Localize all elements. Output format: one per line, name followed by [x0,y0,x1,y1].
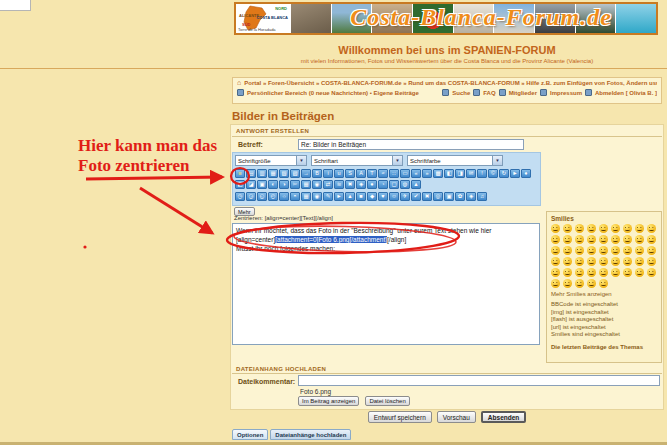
toolbar-button[interactable]: ▢ [389,180,399,189]
toolbar-button[interactable]: ∷ [389,169,399,178]
toolbar-button[interactable]: ◆ [367,192,377,201]
toolbar-button[interactable]: ✖ [422,192,432,201]
smiley-icon[interactable] [599,257,608,266]
smiley-icon[interactable] [575,268,584,277]
toolbar-button[interactable]: ♫ [477,192,487,201]
toolbar-button[interactable]: ◉ [312,180,322,189]
smiley-icon[interactable] [563,235,572,244]
toolbar-button[interactable]: ◈ [356,180,366,189]
toolbar-button[interactable]: ✎ [323,192,333,201]
toolbar-button[interactable]: ■ [356,192,366,201]
toolbar-button[interactable]: ▤ [246,169,256,178]
toolbar-button[interactable]: ◑ [279,180,289,189]
toolbar-button[interactable]: ◶ [246,192,256,201]
smiley-icon[interactable] [599,246,608,255]
smiley-icon[interactable] [647,257,656,266]
smiley-icon[interactable] [599,224,608,233]
smiley-icon[interactable] [551,224,560,233]
smiley-icon[interactable] [575,224,584,233]
personal-area-link[interactable]: Persönlicher Bereich (0 neue Nachrichten… [247,90,419,96]
toolbar-button[interactable]: © [488,169,498,178]
toolbar-button[interactable]: ☼ [279,192,289,201]
smiley-icon[interactable] [587,279,596,288]
toolbar-button[interactable]: ▣ [444,192,454,201]
toolbar-button[interactable]: ▦ [301,180,311,189]
smiley-icon[interactable] [575,235,584,244]
smiley-icon[interactable] [587,235,596,244]
smiley-icon[interactable] [623,235,632,244]
smiley-icon[interactable] [635,246,644,255]
smiley-icon[interactable] [647,246,656,255]
toolbar-button[interactable]: ⇄ [323,180,333,189]
delete-file-button[interactable]: Datei löschen [365,396,409,406]
toolbar-button[interactable]: ✔ [411,192,421,201]
smiley-icon[interactable] [551,235,560,244]
smiley-icon[interactable] [551,268,560,277]
toolbar-button[interactable]: i [323,169,333,178]
toolbar-button[interactable]: ✿ [455,192,465,201]
toolbar-button[interactable]: ◩ [235,180,245,189]
smiley-icon[interactable] [551,246,560,255]
toolbar-button[interactable]: B [312,169,322,178]
nav-link-suche[interactable]: Suche [452,90,470,96]
toolbar-button[interactable]: » [422,169,432,178]
smiley-icon[interactable] [599,268,608,277]
toolbar-button[interactable]: ≋ [334,180,344,189]
toolbar-button[interactable]: ◓ [290,192,300,201]
smiley-icon[interactable] [647,235,656,244]
toolbar-button[interactable]: ◧ [444,169,454,178]
smiley-icon[interactable] [611,268,620,277]
toolbar-button[interactable]: ● [367,180,377,189]
smiley-icon[interactable] [611,257,620,266]
toolbar-button[interactable]: u [334,169,344,178]
tab-options[interactable]: Optionen [232,429,268,440]
smiley-icon[interactable] [563,268,572,277]
message-textarea[interactable]: Wenn ihr möchtet, dass das Foto in der "… [232,223,540,345]
home-icon[interactable]: ⌂ [237,80,241,86]
smiley-icon[interactable] [623,246,632,255]
smiley-icon[interactable] [647,268,656,277]
toolbar-button[interactable]: ◵ [257,192,267,201]
smiley-icon[interactable] [551,279,560,288]
smiley-icon[interactable] [563,246,572,255]
smiley-icon[interactable] [623,268,632,277]
smiley-icon[interactable] [575,246,584,255]
toolbar-button[interactable]: ✖ [345,180,355,189]
nav-link-faq[interactable]: FAQ [483,90,495,96]
toolbar-button[interactable]: ☺ [389,192,399,201]
toolbar-button[interactable]: ✂ [290,180,300,189]
toolbar-button[interactable]: ◨ [455,169,465,178]
smiley-icon[interactable] [623,257,632,266]
toolbar-button[interactable]: ≈ [378,169,388,178]
toolbar-button[interactable]: ≡ [235,169,245,178]
smiley-icon[interactable] [587,257,596,266]
toolbar-button[interactable]: T [367,169,377,178]
submit-button[interactable]: Absenden [481,411,526,423]
smiley-icon[interactable] [575,257,584,266]
smiley-icon[interactable] [563,224,572,233]
smiley-icon[interactable] [551,257,560,266]
toolbar-button[interactable]: ✉ [466,169,476,178]
toolbar-button[interactable]: ◎ [433,192,443,201]
save-draft-button[interactable]: Entwurf speichern [368,411,432,423]
toolbar-button[interactable]: ▲ [411,180,421,189]
smiley-icon[interactable] [599,235,608,244]
tab-attachments[interactable]: Dateianhänge hochladen [270,429,351,440]
toolbar-button[interactable]: ▣ [257,180,267,189]
last-posts-link[interactable]: Die letzten Beiträge des Themas [551,344,657,350]
toolbar-button[interactable]: ! [477,169,487,178]
toolbar-button[interactable]: ▭ [400,169,410,178]
toolbar-button[interactable]: ▦ [301,192,311,201]
smiley-icon[interactable] [587,224,596,233]
toolbar-button[interactable]: A [356,169,366,178]
toolbar-button[interactable]: ► [334,192,344,201]
show-in-post-button[interactable]: Im Beitrag anzeigen [298,396,359,406]
preview-button[interactable]: Vorschau [437,411,476,423]
font-color-select[interactable]: Schriftfarbe ▼ [407,155,503,166]
smiley-icon[interactable] [611,235,620,244]
smiley-icon[interactable] [611,246,620,255]
smiley-icon[interactable] [635,257,644,266]
nav-link-impressum[interactable]: Impressum [550,90,582,96]
toolbar-button[interactable]: → [301,169,311,178]
toolbar-button[interactable]: ▨ [290,169,300,178]
